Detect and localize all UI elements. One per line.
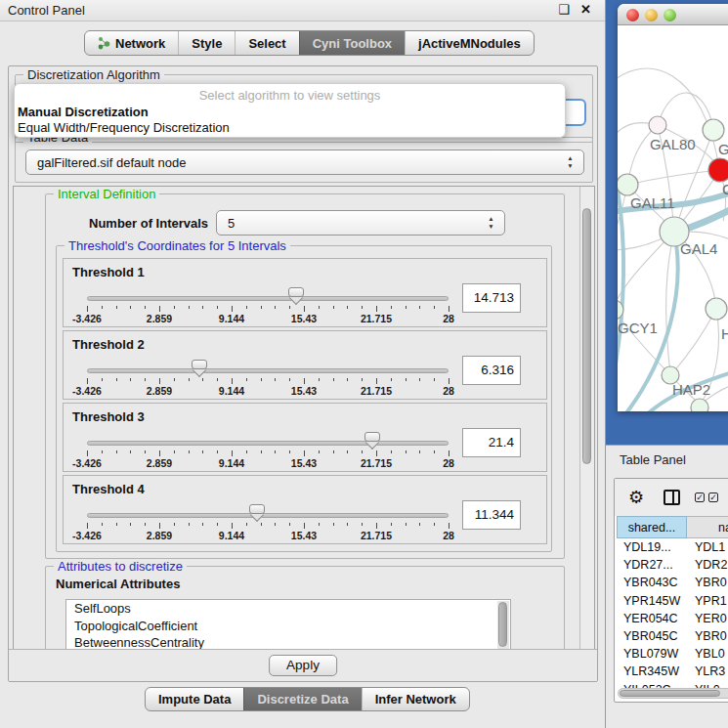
app-root: Control Panel ❑ ✕ NetworkStyleSelectCyni… [0,0,728,728]
tick-mark [406,450,407,453]
algorithm-option-equal-width[interactable]: Equal Width/Frequency Discretization [18,120,230,135]
slider-thumb[interactable] [249,504,265,522]
tick-mark [261,378,262,381]
table-row[interactable]: YDR27...YDR2 [617,556,728,574]
network-node[interactable] [618,174,638,195]
scrollbar-thumb[interactable] [620,690,720,697]
tab-select[interactable]: Select [235,31,298,55]
table-row[interactable]: YIL052CYIL0 [617,681,728,689]
table-data-combobox[interactable]: galFiltered.sif default node ▲▼ [25,150,584,175]
tick-mark [116,306,117,309]
float-window-icon[interactable]: ❑ [558,2,570,17]
column-header-name[interactable]: na [687,516,728,538]
tick-mark [275,378,276,381]
cyni-toolbox-panel: Discretization Algorithm Select algorith… [8,65,598,682]
slider-track[interactable] [87,368,449,373]
slider-thumb[interactable] [364,432,380,450]
zoom-traffic-light-icon[interactable] [664,9,676,21]
table-row[interactable]: YBR043CYBR0 [617,574,728,591]
tick-mark [189,450,190,453]
mode-tab-impute-data[interactable]: Impute Data [146,688,243,710]
tick-mark [362,523,363,526]
network-canvas[interactable]: GAL80G.CGAL11GAL4GCY1HHAP2 [618,25,728,411]
algorithm-dropdown-hint: Select algorithm to view settings [15,88,565,103]
close-icon[interactable]: ✕ [580,2,591,17]
mode-tab-discretize-data[interactable]: Discretize Data [243,688,361,710]
slider-track[interactable] [87,513,449,518]
network-node[interactable] [649,116,666,134]
tick-mark [87,306,88,312]
table-data-group: Table Data galFiltered.sif default node … [15,137,593,183]
network-node[interactable] [691,399,708,411]
table-row[interactable]: YDL19...YDL1 [617,538,728,556]
tab-cyni-toolbox[interactable]: Cyni Toolbox [299,31,405,55]
apply-button[interactable]: Apply [269,655,337,676]
attribute-list-item[interactable]: SelfLoops [66,600,510,618]
tick-mark [202,306,203,309]
tick-label: 28 [443,385,454,397]
network-node[interactable] [703,119,724,141]
table-row[interactable]: YER054CYER0 [617,610,728,627]
tick-mark [102,306,103,309]
control-panel-title: Control Panel [8,3,85,18]
tick-mark [449,378,450,384]
table-data-combobox-value: galFiltered.sif default node [37,155,186,170]
threshold-value-field[interactable]: 21.4 [462,428,521,457]
tick-label: 2.859 [147,385,172,397]
network-node[interactable] [706,298,727,320]
slider-thumb[interactable] [288,287,304,305]
table-horizontal-scrollbar[interactable] [618,688,728,699]
tick-mark [376,523,377,529]
table-row[interactable]: YBR045CYBR0 [617,627,728,645]
apply-strip: Apply [9,649,597,681]
tab-style[interactable]: Style [178,31,235,55]
stepper-arrows-icon: ▲▼ [566,154,575,170]
mode-tab-infer-network[interactable]: Infer Network [362,688,469,710]
tick-label: 28 [443,530,454,541]
thumb-cap [288,287,304,297]
select-checkbox-icon[interactable]: ✓ [708,492,718,502]
table-row[interactable]: YPR145WYPR1 [617,592,728,610]
tick-mark [87,378,88,384]
tick-mark [319,523,320,526]
threshold-value-field[interactable]: 11.344 [462,500,521,530]
slider-thumb[interactable] [192,360,207,377]
numerical-attributes-list[interactable]: SelfLoopsTopologicalCoefficientBetweenne… [65,599,511,650]
node-table: shared... na YDL19...YDL1YDR27...YDR2YBR… [617,516,728,688]
tick-mark [232,378,233,384]
settings-panel-scrollbar[interactable] [579,187,594,649]
scrollbar-thumb[interactable] [582,208,591,464]
shared-name-cell: YPR145W [617,592,687,610]
tick-label: 2.859 [147,530,172,541]
tick-label: 21.715 [361,457,392,469]
bottom-tab-bar: Impute DataDiscretize DataInfer Network [145,687,470,711]
threshold-value-field[interactable]: 14.713 [462,283,521,313]
threshold-value-field[interactable]: 6.316 [462,356,521,385]
attribute-list-item[interactable]: BetweennessCentrality [66,634,510,650]
tab-network[interactable]: Network [85,31,178,55]
close-traffic-light-icon[interactable] [626,9,639,21]
column-header-shared-name[interactable]: shared... [617,516,687,538]
select-checkbox-icon[interactable]: ✓ [695,492,705,502]
tab-jactivemnodules[interactable]: jActiveMNodules [405,31,534,55]
tick-label: 15.43 [291,530,317,541]
name-cell: YDR2 [687,556,727,574]
slider-track[interactable] [87,441,449,446]
tick-mark [376,450,377,456]
table-row[interactable]: YBL079WYBL0 [617,645,728,663]
settings-scroll-panel: Interval Definition Number of Intervals … [13,186,595,650]
scrollbar-thumb[interactable] [498,602,507,647]
network-node[interactable] [708,158,728,182]
tab-label: Network [115,36,165,51]
threshold-2-box: Threshold 2-3.4262.8599.14415.4321.71528… [63,330,547,400]
table-row[interactable]: YLR345WYLR3 [617,663,728,680]
number-of-intervals-combobox[interactable]: 5 ▲▼ [216,210,505,236]
attributes-list-scrollbar[interactable] [497,601,509,650]
gear-icon[interactable]: ⚙ [628,487,644,508]
minimize-traffic-light-icon[interactable] [645,9,658,21]
slider-track[interactable] [87,296,449,301]
network-node-label: C [722,181,728,197]
attribute-list-item[interactable]: TopologicalCoefficient [66,618,510,635]
split-columns-icon[interactable] [664,490,680,505]
algorithm-option-manual[interactable]: Manual Discretization [18,105,149,119]
